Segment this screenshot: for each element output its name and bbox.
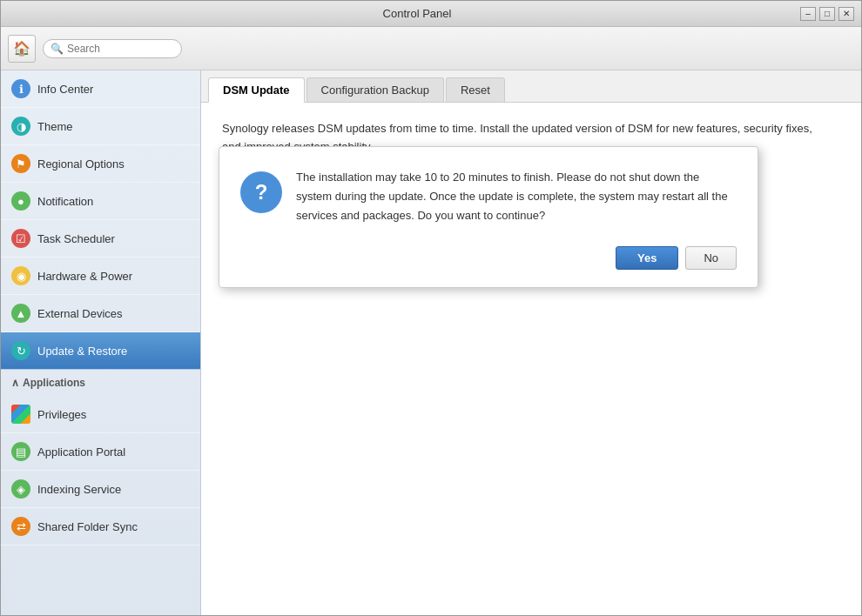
external-devices-icon: ▲	[11, 304, 30, 323]
section-header-label: Applications	[23, 377, 85, 389]
sidebar-label-task-scheduler: Task Scheduler	[37, 232, 115, 245]
sidebar-item-hardware-power[interactable]: ◉ Hardware & Power	[1, 258, 200, 295]
sidebar-label-info-center: Info Center	[37, 83, 93, 96]
section-header-applications[interactable]: ∧ Applications	[1, 370, 200, 396]
sidebar: ℹ Info Center ◑ Theme ⚑ Regional Options…	[1, 70, 201, 615]
main-layout: ℹ Info Center ◑ Theme ⚑ Regional Options…	[1, 70, 861, 615]
tab-dsm-update[interactable]: DSM Update	[208, 77, 305, 103]
shared-folder-sync-icon: ⇄	[11, 517, 30, 536]
sidebar-item-info-center[interactable]: ℹ Info Center	[1, 70, 200, 108]
sidebar-label-theme: Theme	[37, 120, 72, 133]
minimize-button[interactable]: –	[800, 7, 816, 21]
sidebar-item-external-devices[interactable]: ▲ External Devices	[1, 295, 200, 332]
home-button[interactable]: 🏠	[8, 35, 36, 63]
dialog-content: ? The installation may take 10 to 20 min…	[240, 168, 737, 225]
sidebar-item-update-restore[interactable]: ↻ Update & Restore	[1, 332, 200, 370]
tab-reset[interactable]: Reset	[446, 77, 505, 102]
sidebar-label-indexing-service: Indexing Service	[37, 483, 121, 496]
theme-icon: ◑	[11, 117, 30, 136]
content-area: DSM Update Configuration Backup Reset Sy…	[201, 70, 861, 615]
sidebar-label-shared-folder-sync: Shared Folder Sync	[37, 520, 138, 533]
indexing-service-icon: ◈	[11, 479, 30, 499]
dialog-no-button[interactable]: No	[685, 246, 737, 270]
search-box: 🔍	[43, 39, 182, 58]
section-collapse-icon: ∧	[11, 377, 19, 389]
titlebar: Control Panel – □ ✕	[1, 1, 861, 27]
sidebar-label-update-restore: Update & Restore	[37, 345, 127, 358]
update-restore-icon: ↻	[11, 341, 30, 360]
sidebar-label-external-devices: External Devices	[37, 307, 123, 320]
sidebar-item-regional-options[interactable]: ⚑ Regional Options	[1, 145, 200, 183]
hardware-power-icon: ◉	[11, 266, 30, 285]
task-scheduler-icon: ☑	[11, 229, 30, 248]
titlebar-controls: – □ ✕	[800, 7, 854, 21]
tabs-bar: DSM Update Configuration Backup Reset	[201, 70, 861, 103]
application-portal-icon: ▤	[11, 442, 30, 461]
sidebar-item-shared-folder-sync[interactable]: ⇄ Shared Folder Sync	[1, 508, 200, 546]
confirmation-dialog: ? The installation may take 10 to 20 min…	[219, 146, 758, 288]
sidebar-item-privileges[interactable]: Privileges	[1, 396, 200, 433]
sidebar-item-theme[interactable]: ◑ Theme	[1, 108, 200, 145]
sidebar-item-notification[interactable]: ● Notification	[1, 183, 200, 220]
close-button[interactable]: ✕	[838, 7, 854, 21]
notification-icon: ●	[11, 191, 30, 211]
info-center-icon: ℹ	[11, 79, 30, 98]
content-body: Synology releases DSM updates from time …	[201, 103, 861, 615]
tab-configuration-backup[interactable]: Configuration Backup	[306, 77, 444, 102]
dialog-buttons: Yes No	[240, 246, 737, 270]
sidebar-label-hardware-power: Hardware & Power	[37, 270, 132, 283]
search-input[interactable]	[67, 43, 172, 55]
control-panel-window: Control Panel – □ ✕ 🏠 🔍 ℹ Info Center ◑ …	[0, 0, 862, 616]
dialog-yes-button[interactable]: Yes	[616, 246, 678, 270]
sidebar-label-notification: Notification	[37, 195, 93, 208]
sidebar-item-application-portal[interactable]: ▤ Application Portal	[1, 433, 200, 471]
sidebar-label-privileges: Privileges	[37, 408, 86, 421]
regional-options-icon: ⚑	[11, 154, 30, 173]
toolbar: 🏠 🔍	[1, 27, 861, 70]
maximize-button[interactable]: □	[819, 7, 835, 21]
dialog-question-icon: ?	[240, 171, 282, 213]
privileges-icon	[11, 405, 30, 424]
window-title: Control Panel	[34, 7, 800, 20]
sidebar-item-indexing-service[interactable]: ◈ Indexing Service	[1, 471, 200, 508]
sidebar-label-application-portal: Application Portal	[37, 445, 125, 459]
dialog-message: The installation may take 10 to 20 minut…	[296, 168, 737, 225]
sidebar-item-task-scheduler[interactable]: ☑ Task Scheduler	[1, 220, 200, 258]
search-icon: 🔍	[51, 43, 64, 55]
sidebar-label-regional-options: Regional Options	[37, 157, 125, 171]
dialog-overlay: ? The installation may take 10 to 20 min…	[201, 103, 861, 615]
question-mark: ?	[255, 180, 268, 204]
